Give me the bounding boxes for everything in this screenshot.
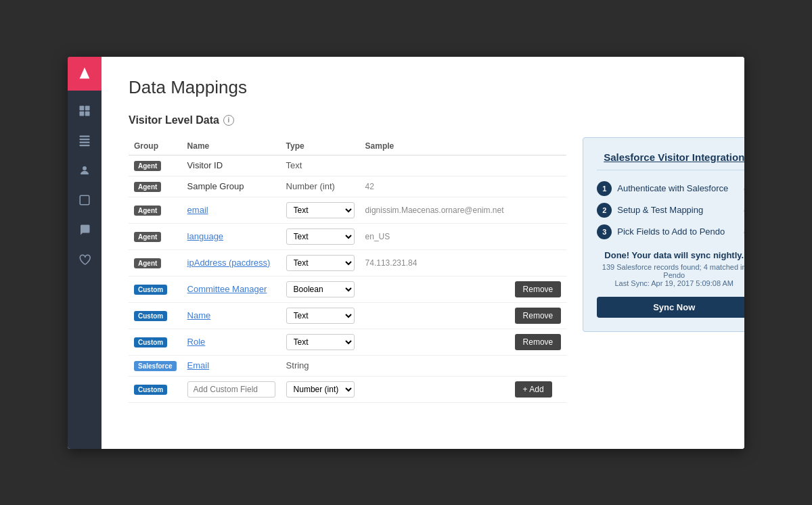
type-text: Number (int)	[286, 181, 335, 191]
type-select[interactable]: TextNumber (int)BooleanString	[286, 255, 355, 271]
sample-cell: dignissim.Maecenas.ornare@enim.net	[360, 197, 510, 223]
sample-value: 42	[365, 182, 374, 191]
sample-cell	[360, 355, 510, 376]
sync-now-button[interactable]: Sync Now	[597, 297, 744, 318]
type-select[interactable]: TextNumber (int)BooleanString	[286, 334, 355, 350]
remove-button[interactable]: Remove	[515, 308, 562, 324]
name-cell: Sample Group	[182, 176, 281, 197]
badge-cell: Agent	[129, 197, 182, 223]
badge-salesforce: Salesforce	[134, 361, 177, 371]
table-row: CustomRoleTextNumber (int)BooleanStringR…	[129, 329, 566, 355]
svg-rect-7	[80, 141, 90, 143]
name-cell: Name	[182, 302, 281, 329]
checklist-item: 2Setup & Test Mapping✓	[597, 203, 744, 218]
col-name: Name	[182, 137, 281, 155]
field-name-link[interactable]: Committee Manager	[187, 284, 267, 294]
favorites-nav-item[interactable]	[72, 247, 97, 272]
type-text: Text	[286, 160, 302, 170]
type-select[interactable]: TextNumber (int)BooleanString	[286, 229, 355, 245]
checklist-item: 3Pick Fields to Add to Pendo✓	[597, 224, 744, 239]
action-cell	[510, 355, 567, 376]
svg-rect-8	[80, 145, 90, 146]
sample-cell	[360, 302, 510, 329]
sample-cell: en_US	[360, 223, 510, 249]
svg-rect-3	[80, 111, 85, 116]
type-select[interactable]: TextNumber (int)BooleanString	[286, 202, 355, 218]
svg-marker-0	[80, 67, 90, 78]
badge-custom: Custom	[134, 285, 167, 295]
remove-button[interactable]: Remove	[515, 334, 562, 350]
table-row: AgentVisitor IDText	[129, 155, 566, 176]
chat-nav-item[interactable]	[72, 218, 97, 242]
step-text: Setup & Test Mapping	[617, 205, 703, 215]
badge-agent: Agent	[134, 232, 161, 242]
panel-status: Done! Your data will sync nightly.	[597, 250, 744, 260]
sample-value: dignissim.Maecenas.ornare@enim.net	[365, 206, 504, 215]
table-row: CustomNameTextNumber (int)BooleanStringR…	[129, 302, 566, 329]
action-cell	[510, 197, 567, 223]
tags-nav-item[interactable]	[72, 188, 97, 212]
field-name-link[interactable]: Email	[187, 360, 210, 370]
name-cell: Role	[182, 329, 281, 355]
add-custom-field-input[interactable]	[187, 381, 275, 398]
action-cell	[510, 249, 567, 276]
action-cell	[510, 223, 567, 249]
check-icon: ✓	[742, 225, 744, 238]
add-badge-cell: Custom	[129, 376, 182, 402]
badge-cell: Agent	[129, 176, 182, 197]
name-cell: Visitor ID	[182, 155, 281, 176]
table-row: AgentSample GroupNumber (int)42	[129, 176, 566, 197]
svg-rect-2	[85, 105, 90, 110]
field-name-link[interactable]: email	[187, 205, 208, 215]
type-cell: TextNumber (int)BooleanString	[281, 276, 360, 302]
table-area: Group Name Type Sample AgentVisitor IDTe…	[129, 137, 566, 403]
col-group: Group	[129, 137, 182, 155]
badge-cell: Salesforce	[129, 355, 182, 376]
salesforce-panel: Salesforce Visitor Integration 1Authenti…	[583, 137, 744, 332]
field-name-link[interactable]: language	[187, 231, 224, 241]
badge-cell: Agent	[129, 223, 182, 249]
sidebar	[68, 57, 102, 449]
badge-cell: Custom	[129, 276, 182, 302]
badge-agent: Agent	[134, 258, 161, 268]
badge-agent: Agent	[134, 182, 161, 192]
field-name-link[interactable]: Name	[187, 310, 211, 320]
table-row: AgentipAddress (pacdress)TextNumber (int…	[129, 249, 566, 276]
field-name-link[interactable]: ipAddress (pacdress)	[187, 258, 271, 268]
table-row: AgentemailTextNumber (int)BooleanStringd…	[129, 197, 566, 223]
step-number: 1	[597, 181, 612, 196]
step-text: Authenticate with Salesforce	[617, 183, 728, 193]
remove-button[interactable]: Remove	[515, 281, 562, 297]
col-action	[510, 137, 567, 155]
type-cell: TextNumber (int)BooleanString	[281, 249, 360, 276]
step-number: 2	[597, 203, 612, 218]
check-icon: ✓	[742, 203, 744, 216]
type-select[interactable]: TextNumber (int)BooleanString	[286, 281, 355, 297]
field-name: Sample Group	[187, 181, 244, 191]
users-nav-item[interactable]	[72, 158, 97, 183]
col-type: Type	[281, 137, 360, 155]
add-field-button[interactable]: + Add	[515, 381, 552, 398]
page-title: Data Mappings	[129, 77, 717, 98]
panel-detail: 139 Salesforce records found; 4 matched …	[597, 263, 744, 287]
sample-cell: 42	[360, 176, 510, 197]
name-cell: Committee Manager	[182, 276, 281, 302]
add-type-select[interactable]: TextNumber (int)BooleanString	[286, 381, 355, 398]
dashboard-nav-item[interactable]	[72, 99, 97, 123]
sample-cell	[360, 155, 510, 176]
name-cell: email	[182, 197, 281, 223]
type-select[interactable]: TextNumber (int)BooleanString	[286, 308, 355, 324]
table-row: AgentlanguageTextNumber (int)BooleanStri…	[129, 223, 566, 249]
badge-cell: Agent	[129, 155, 182, 176]
field-name-link[interactable]: Role	[187, 337, 206, 347]
action-cell: Remove	[510, 302, 567, 329]
sample-cell	[360, 276, 510, 302]
table-row: CustomCommittee ManagerTextNumber (int)B…	[129, 276, 566, 302]
logo-button[interactable]	[68, 57, 102, 91]
checklist-item: 1Authenticate with Salesforce✓	[597, 181, 744, 196]
type-cell: TextNumber (int)BooleanString	[281, 223, 360, 249]
badge-agent: Agent	[134, 206, 161, 216]
checklist: 1Authenticate with Salesforce✓2Setup & T…	[597, 181, 744, 239]
info-icon[interactable]: i	[223, 115, 234, 126]
table-nav-item[interactable]	[72, 128, 97, 153]
